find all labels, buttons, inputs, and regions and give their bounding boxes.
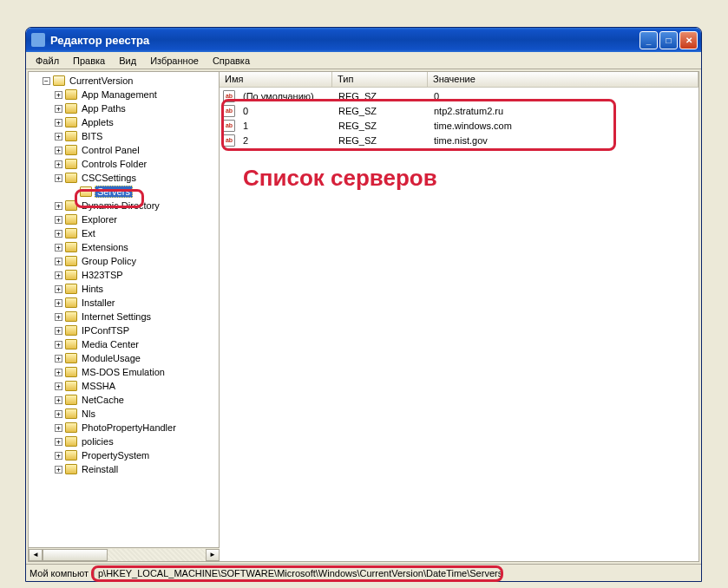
scroll-left-button[interactable]: ◄: [29, 549, 43, 561]
list-header[interactable]: Имя Тип Значение: [220, 72, 698, 88]
tree-node[interactable]: +MS-DOS Emulation: [30, 365, 219, 379]
expand-icon[interactable]: +: [55, 202, 62, 210]
tree-node[interactable]: +Installer: [30, 296, 219, 310]
maximize-button[interactable]: □: [659, 31, 678, 49]
tree-label: BITS: [80, 131, 104, 141]
folder-icon: [65, 353, 77, 363]
menu-file[interactable]: Файл: [30, 54, 65, 68]
minimize-button[interactable]: _: [639, 31, 658, 49]
expand-icon[interactable]: +: [55, 216, 62, 224]
folder-icon: [65, 145, 77, 155]
tree-node[interactable]: +BITS: [30, 129, 219, 143]
expand-icon[interactable]: +: [55, 230, 62, 238]
statusbar-label: Мой компьют: [30, 568, 95, 578]
expand-icon[interactable]: +: [55, 160, 62, 168]
tree-node[interactable]: +Applets: [30, 115, 219, 129]
expand-icon[interactable]: +: [55, 327, 62, 335]
tree-node[interactable]: +Control Panel: [30, 143, 219, 157]
value-row[interactable]: ab2REG_SZtime.nist.gov: [220, 133, 698, 147]
expand-icon[interactable]: +: [55, 410, 62, 418]
tree-node[interactable]: +App Paths: [30, 101, 219, 115]
scroll-thumb[interactable]: [43, 549, 108, 561]
value-type: REG_SZ: [333, 106, 429, 116]
tree-node[interactable]: +Dynamic Directory: [30, 199, 219, 212]
expand-icon[interactable]: +: [55, 438, 62, 446]
menu-view[interactable]: Вид: [113, 54, 142, 68]
tree-node[interactable]: +Group Policy: [30, 254, 219, 268]
expand-icon[interactable]: +: [55, 466, 62, 474]
titlebar[interactable]: Редактор реестра _ □ ✕: [26, 28, 701, 52]
expand-icon[interactable]: +: [55, 396, 62, 404]
scroll-right-button[interactable]: ►: [206, 549, 220, 561]
values-list[interactable]: Имя Тип Значение ab(По умолчанию)REG_SZ0…: [220, 72, 698, 561]
menu-favorites[interactable]: Избранное: [144, 54, 205, 68]
expand-icon[interactable]: +: [55, 355, 62, 363]
header-value[interactable]: Значение: [428, 72, 698, 87]
tree-node[interactable]: +MSSHA: [30, 379, 219, 393]
expand-icon[interactable]: +: [55, 424, 62, 432]
expand-icon[interactable]: +: [55, 258, 62, 265]
collapse-icon[interactable]: −: [43, 77, 50, 85]
menu-edit[interactable]: Правка: [67, 54, 111, 68]
regedit-icon: [31, 33, 45, 47]
tree-node[interactable]: +ModuleUsage: [30, 351, 219, 365]
expand-icon[interactable]: +: [55, 174, 62, 182]
tree-node[interactable]: +CSCSettings: [30, 171, 219, 185]
expand-icon[interactable]: +: [55, 341, 62, 349]
tree-node[interactable]: +IPConfTSP: [30, 323, 219, 337]
string-value-icon: ab: [223, 90, 235, 102]
header-name[interactable]: Имя: [220, 72, 332, 87]
expand-icon[interactable]: +: [55, 285, 62, 293]
value-row[interactable]: ab0REG_SZntp2.stratum2.ru: [220, 103, 698, 118]
value-row[interactable]: ab(По умолчанию)REG_SZ0: [220, 88, 698, 103]
expand-icon[interactable]: +: [55, 452, 62, 460]
tree-node[interactable]: +PropertySystem: [30, 448, 219, 462]
expand-icon[interactable]: +: [55, 147, 62, 154]
tree-node[interactable]: +Media Center: [30, 337, 219, 351]
tree-label: CSCSettings: [80, 173, 138, 183]
folder-icon: [65, 436, 77, 447]
expand-icon[interactable]: +: [55, 133, 62, 140]
expand-icon[interactable]: +: [55, 369, 62, 376]
tree-node[interactable]: +Explorer: [30, 212, 219, 226]
tree-node[interactable]: +Ext: [30, 226, 219, 240]
tree-node[interactable]: +H323TSP: [30, 268, 219, 282]
tree-node[interactable]: +Nls: [30, 407, 219, 421]
folder-icon: [65, 159, 77, 169]
value-type: REG_SZ: [333, 91, 429, 101]
tree-node[interactable]: +Internet Settings: [30, 310, 219, 323]
tree-label: CurrentVersion: [68, 75, 134, 86]
expand-icon[interactable]: +: [55, 244, 62, 252]
registry-editor-window: Редактор реестра _ □ ✕ Файл Правка Вид И…: [25, 27, 702, 582]
tree-label: Explorer: [80, 214, 119, 225]
expand-icon[interactable]: +: [55, 119, 62, 127]
expand-icon[interactable]: +: [55, 382, 62, 390]
value-data: time.windows.com: [429, 121, 698, 131]
close-button[interactable]: ✕: [679, 31, 698, 49]
menu-help[interactable]: Справка: [207, 54, 256, 68]
tree-node[interactable]: +Controls Folder: [30, 157, 219, 171]
tree-node[interactable]: +App Management: [30, 88, 219, 101]
tree-node[interactable]: +Hints: [30, 282, 219, 296]
expand-icon[interactable]: +: [55, 299, 62, 307]
registry-tree[interactable]: − CurrentVersion +App Management+App Pat…: [29, 72, 220, 561]
tree-label: policies: [80, 436, 115, 447]
tree-horizontal-scrollbar[interactable]: ◄ ►: [29, 547, 220, 561]
tree-label: PhotoPropertyHandler: [80, 422, 178, 433]
tree-node-currentversion[interactable]: − CurrentVersion: [30, 74, 219, 88]
expand-icon[interactable]: +: [55, 313, 62, 321]
tree-label: PropertySystem: [80, 450, 151, 461]
scroll-track[interactable]: [43, 549, 206, 561]
tree-node[interactable]: +Extensions: [30, 240, 219, 254]
value-row[interactable]: ab1REG_SZtime.windows.com: [220, 118, 698, 133]
tree-node[interactable]: +NetCache: [30, 393, 219, 407]
tree-node-servers[interactable]: Servers: [30, 185, 219, 199]
expand-icon[interactable]: +: [55, 91, 62, 99]
folder-icon: [65, 311, 77, 322]
expand-icon[interactable]: +: [55, 271, 62, 279]
expand-icon[interactable]: +: [55, 105, 62, 113]
tree-node[interactable]: +Reinstall: [30, 462, 219, 476]
header-type[interactable]: Тип: [332, 72, 428, 87]
tree-node[interactable]: +policies: [30, 434, 219, 448]
tree-node[interactable]: +PhotoPropertyHandler: [30, 421, 219, 434]
